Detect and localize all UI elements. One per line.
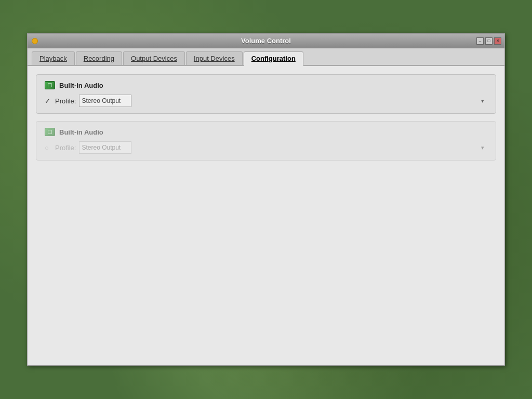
- tab-recording[interactable]: Recording: [76, 51, 122, 65]
- window-dot: [32, 38, 38, 44]
- maximize-button[interactable]: □: [485, 37, 493, 45]
- volume-control-window: Volume Control – □ ✕ Playback Recording …: [27, 33, 505, 366]
- device-card-1: Built-in Audio ✓ Profile: Stereo Output: [36, 74, 496, 114]
- profile-row-2: ○ Profile: Stereo Output: [45, 141, 487, 154]
- device-name-2: Built-in Audio: [59, 128, 103, 136]
- close-button[interactable]: ✕: [494, 37, 501, 45]
- tab-bar: Playback Recording Output Devices Input …: [28, 48, 504, 66]
- audio-device-icon-2: [45, 128, 55, 136]
- titlebar: Volume Control – □ ✕: [28, 34, 504, 48]
- tab-configuration[interactable]: Configuration: [244, 51, 303, 66]
- profile-label-1: Profile:: [55, 97, 76, 105]
- device-name-1: Built-in Audio: [59, 82, 103, 89]
- audio-device-icon-1: [45, 81, 55, 89]
- profile-select-wrapper-2: Stereo Output: [79, 141, 487, 154]
- minimize-button[interactable]: –: [476, 37, 484, 45]
- profile-check-1: ✓: [45, 97, 52, 105]
- profile-select-wrapper-1: Stereo Output: [79, 95, 487, 107]
- configuration-content: Built-in Audio ✓ Profile: Stereo Output …: [28, 66, 504, 365]
- profile-row-1: ✓ Profile: Stereo Output: [45, 95, 487, 107]
- tab-playback[interactable]: Playback: [32, 51, 75, 65]
- tab-output-devices[interactable]: Output Devices: [123, 51, 185, 65]
- device-header-1: Built-in Audio: [45, 81, 487, 89]
- profile-select-2[interactable]: Stereo Output: [79, 141, 131, 154]
- profile-check-2: ○: [45, 144, 52, 152]
- titlebar-controls: – □ ✕: [476, 37, 501, 45]
- device-header-2: Built-in Audio: [45, 128, 487, 136]
- profile-label-2: Profile:: [55, 144, 76, 152]
- profile-select-1[interactable]: Stereo Output: [79, 95, 131, 107]
- window-title: Volume Control: [241, 37, 291, 45]
- device-card-2: Built-in Audio ○ Profile: Stereo Output: [36, 121, 496, 161]
- tab-input-devices[interactable]: Input Devices: [186, 51, 243, 65]
